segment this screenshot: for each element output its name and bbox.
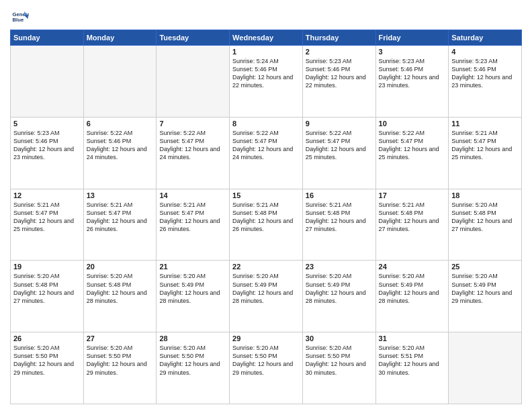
day-number: 30 [306, 334, 373, 342]
calendar-cell: 7Sunrise: 5:22 AM Sunset: 5:47 PM Daylig… [157, 117, 230, 189]
calendar-cell: 19Sunrise: 5:20 AM Sunset: 5:48 PM Dayli… [11, 261, 84, 332]
weekday-tuesday: Tuesday [157, 30, 230, 46]
calendar-cell: 21Sunrise: 5:20 AM Sunset: 5:49 PM Dayli… [157, 261, 230, 332]
day-number: 4 [451, 48, 519, 56]
day-info: Sunrise: 5:21 AM Sunset: 5:48 PM Dayligh… [232, 201, 300, 234]
calendar-cell [157, 46, 230, 118]
calendar-cell: 9Sunrise: 5:22 AM Sunset: 5:47 PM Daylig… [302, 117, 375, 189]
day-info: Sunrise: 5:23 AM Sunset: 5:46 PM Dayligh… [13, 129, 81, 162]
calendar-body: 1Sunrise: 5:24 AM Sunset: 5:46 PM Daylig… [11, 46, 522, 404]
day-info: Sunrise: 5:22 AM Sunset: 5:47 PM Dayligh… [159, 129, 226, 162]
day-info: Sunrise: 5:20 AM Sunset: 5:49 PM Dayligh… [379, 272, 446, 305]
weekday-sunday: Sunday [11, 30, 84, 46]
calendar-cell: 3Sunrise: 5:23 AM Sunset: 5:46 PM Daylig… [375, 46, 449, 118]
calendar-cell: 31Sunrise: 5:20 AM Sunset: 5:51 PM Dayli… [375, 332, 449, 404]
day-info: Sunrise: 5:20 AM Sunset: 5:49 PM Dayligh… [159, 272, 226, 305]
day-number: 20 [87, 263, 154, 271]
day-info: Sunrise: 5:20 AM Sunset: 5:50 PM Dayligh… [159, 344, 226, 377]
day-number: 5 [13, 120, 81, 128]
day-info: Sunrise: 5:22 AM Sunset: 5:46 PM Dayligh… [87, 129, 154, 162]
day-number: 12 [13, 191, 81, 199]
weekday-friday: Friday [375, 30, 449, 46]
svg-text:Blue: Blue [13, 17, 24, 23]
day-number: 23 [306, 263, 373, 271]
day-number: 11 [451, 120, 519, 128]
day-number: 16 [306, 191, 373, 199]
header: General Blue [10, 7, 522, 26]
day-number: 19 [13, 263, 81, 271]
calendar-cell: 8Sunrise: 5:22 AM Sunset: 5:47 PM Daylig… [230, 117, 303, 189]
day-info: Sunrise: 5:20 AM Sunset: 5:50 PM Dayligh… [13, 344, 81, 377]
calendar-cell: 16Sunrise: 5:21 AM Sunset: 5:48 PM Dayli… [302, 189, 375, 261]
calendar-week-0: 1Sunrise: 5:24 AM Sunset: 5:46 PM Daylig… [11, 46, 522, 118]
calendar-cell: 12Sunrise: 5:21 AM Sunset: 5:47 PM Dayli… [11, 189, 84, 261]
day-info: Sunrise: 5:20 AM Sunset: 5:49 PM Dayligh… [232, 272, 300, 305]
calendar-cell: 30Sunrise: 5:20 AM Sunset: 5:50 PM Dayli… [302, 332, 375, 404]
calendar-cell: 25Sunrise: 5:20 AM Sunset: 5:49 PM Dayli… [449, 261, 522, 332]
day-info: Sunrise: 5:21 AM Sunset: 5:48 PM Dayligh… [306, 201, 373, 234]
calendar-cell: 6Sunrise: 5:22 AM Sunset: 5:46 PM Daylig… [83, 117, 157, 189]
day-number: 29 [232, 334, 300, 342]
day-info: Sunrise: 5:21 AM Sunset: 5:47 PM Dayligh… [159, 201, 226, 234]
day-number: 25 [451, 263, 519, 271]
day-info: Sunrise: 5:22 AM Sunset: 5:47 PM Dayligh… [232, 129, 300, 162]
weekday-wednesday: Wednesday [230, 30, 303, 46]
day-number: 15 [232, 191, 300, 199]
day-info: Sunrise: 5:20 AM Sunset: 5:48 PM Dayligh… [87, 272, 154, 305]
weekday-monday: Monday [83, 30, 157, 46]
calendar-cell: 26Sunrise: 5:20 AM Sunset: 5:50 PM Dayli… [11, 332, 84, 404]
calendar-cell: 24Sunrise: 5:20 AM Sunset: 5:49 PM Dayli… [375, 261, 449, 332]
day-number: 3 [379, 48, 446, 56]
logo: General Blue [10, 7, 32, 26]
day-number: 1 [232, 48, 300, 56]
calendar-cell: 14Sunrise: 5:21 AM Sunset: 5:47 PM Dayli… [157, 189, 230, 261]
calendar-week-4: 26Sunrise: 5:20 AM Sunset: 5:50 PM Dayli… [11, 332, 522, 404]
calendar-cell: 15Sunrise: 5:21 AM Sunset: 5:48 PM Dayli… [230, 189, 303, 261]
day-number: 14 [159, 191, 226, 199]
calendar-cell: 10Sunrise: 5:22 AM Sunset: 5:47 PM Dayli… [375, 117, 449, 189]
calendar-cell [83, 46, 157, 118]
day-info: Sunrise: 5:20 AM Sunset: 5:49 PM Dayligh… [306, 272, 373, 305]
calendar-cell: 2Sunrise: 5:23 AM Sunset: 5:46 PM Daylig… [302, 46, 375, 118]
day-info: Sunrise: 5:22 AM Sunset: 5:47 PM Dayligh… [306, 129, 373, 162]
calendar-cell: 1Sunrise: 5:24 AM Sunset: 5:46 PM Daylig… [230, 46, 303, 118]
calendar-cell: 27Sunrise: 5:20 AM Sunset: 5:50 PM Dayli… [83, 332, 157, 404]
day-number: 17 [379, 191, 446, 199]
day-info: Sunrise: 5:22 AM Sunset: 5:47 PM Dayligh… [379, 129, 446, 162]
day-info: Sunrise: 5:21 AM Sunset: 5:47 PM Dayligh… [451, 129, 519, 162]
day-info: Sunrise: 5:24 AM Sunset: 5:46 PM Dayligh… [232, 57, 300, 90]
calendar-cell: 20Sunrise: 5:20 AM Sunset: 5:48 PM Dayli… [83, 261, 157, 332]
day-info: Sunrise: 5:20 AM Sunset: 5:50 PM Dayligh… [87, 344, 154, 377]
day-info: Sunrise: 5:20 AM Sunset: 5:49 PM Dayligh… [451, 272, 519, 305]
day-info: Sunrise: 5:23 AM Sunset: 5:46 PM Dayligh… [306, 57, 373, 90]
day-number: 21 [159, 263, 226, 271]
day-info: Sunrise: 5:21 AM Sunset: 5:47 PM Dayligh… [13, 201, 81, 234]
calendar-cell: 28Sunrise: 5:20 AM Sunset: 5:50 PM Dayli… [157, 332, 230, 404]
day-number: 13 [87, 191, 154, 199]
day-number: 10 [379, 120, 446, 128]
day-number: 6 [87, 120, 154, 128]
calendar-cell: 18Sunrise: 5:20 AM Sunset: 5:48 PM Dayli… [449, 189, 522, 261]
weekday-saturday: Saturday [449, 30, 522, 46]
day-number: 2 [306, 48, 373, 56]
calendar-week-1: 5Sunrise: 5:23 AM Sunset: 5:46 PM Daylig… [11, 117, 522, 189]
day-info: Sunrise: 5:23 AM Sunset: 5:46 PM Dayligh… [451, 57, 519, 90]
page: General Blue SundayMondayTuesdayWednesda… [0, 0, 532, 411]
day-info: Sunrise: 5:20 AM Sunset: 5:50 PM Dayligh… [306, 344, 373, 377]
day-info: Sunrise: 5:20 AM Sunset: 5:50 PM Dayligh… [232, 344, 300, 377]
day-number: 26 [13, 334, 81, 342]
calendar-cell: 5Sunrise: 5:23 AM Sunset: 5:46 PM Daylig… [11, 117, 84, 189]
day-info: Sunrise: 5:20 AM Sunset: 5:48 PM Dayligh… [451, 201, 519, 234]
day-number: 22 [232, 263, 300, 271]
calendar-cell: 4Sunrise: 5:23 AM Sunset: 5:46 PM Daylig… [449, 46, 522, 118]
calendar-cell [449, 332, 522, 404]
day-info: Sunrise: 5:20 AM Sunset: 5:48 PM Dayligh… [13, 272, 81, 305]
day-info: Sunrise: 5:20 AM Sunset: 5:51 PM Dayligh… [379, 344, 446, 377]
day-number: 9 [306, 120, 373, 128]
calendar-table: SundayMondayTuesdayWednesdayThursdayFrid… [10, 30, 522, 404]
calendar-cell: 11Sunrise: 5:21 AM Sunset: 5:47 PM Dayli… [449, 117, 522, 189]
day-number: 31 [379, 334, 446, 342]
day-info: Sunrise: 5:21 AM Sunset: 5:48 PM Dayligh… [379, 201, 446, 234]
day-number: 24 [379, 263, 446, 271]
day-info: Sunrise: 5:21 AM Sunset: 5:47 PM Dayligh… [87, 201, 154, 234]
